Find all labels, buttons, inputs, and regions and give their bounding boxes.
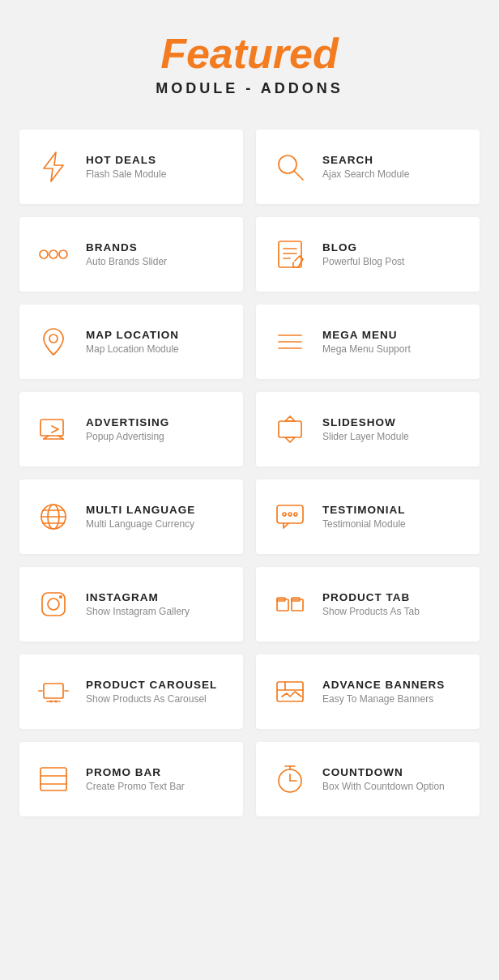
card-text-testimonial: TESTIMONIAL Testimonial Module (322, 504, 406, 530)
svg-point-28 (288, 513, 292, 516)
producttab-icon (271, 585, 309, 624)
card-instagram[interactable]: INSTAGRAM Show Instagram Gallery (19, 567, 243, 641)
search-icon (271, 147, 309, 186)
card-advertising[interactable]: ADVERTISING Popup Advertising (19, 392, 243, 467)
card-desc-mega-menu: Mega Menu Support (322, 343, 411, 355)
svg-point-42 (55, 701, 58, 703)
card-hot-deals[interactable]: HOT DEALS Flash Sale Module (19, 130, 243, 204)
card-slideshow[interactable]: SLIDESHOW Slider Layer Module (256, 392, 480, 467)
card-desc-advance-banners: Easy To Manage Banners (322, 693, 445, 705)
card-title-map-location: MAP LOCATION (86, 329, 179, 341)
card-title-hot-deals: HOT DEALS (86, 154, 166, 166)
svg-point-29 (294, 513, 297, 516)
svg-point-41 (50, 701, 53, 703)
card-desc-product-tab: Show Products As Tab (322, 606, 420, 617)
svg-marker-0 (44, 152, 63, 181)
card-map-location[interactable]: MAP LOCATION Map Location Module (19, 305, 243, 379)
promobar-icon (34, 760, 73, 799)
cards-grid: HOT DEALS Flash Sale Module SEARCH Ajax … (0, 121, 499, 841)
svg-point-4 (49, 250, 58, 258)
card-text-advertising: ADVERTISING Popup Advertising (86, 416, 169, 442)
card-promo-bar[interactable]: PROMO BAR Create Promo Text Bar (19, 742, 243, 816)
multilang-icon (34, 497, 73, 536)
card-mega-menu[interactable]: MEGA MENU Mega Menu Support (256, 305, 480, 379)
card-title-product-carousel: PRODUCT CAROUSEL (86, 679, 217, 691)
card-desc-hot-deals: Flash Sale Module (86, 168, 166, 180)
svg-rect-46 (41, 768, 66, 790)
card-desc-map-location: Map Location Module (86, 343, 179, 355)
card-text-instagram: INSTAGRAM Show Instagram Gallery (86, 591, 190, 617)
svg-rect-43 (277, 682, 303, 701)
card-testimonial[interactable]: TESTIMONIAL Testimonial Module (256, 479, 480, 554)
card-desc-promo-bar: Create Promo Text Bar (86, 781, 185, 792)
lightning-icon (34, 147, 73, 186)
instagram-icon (34, 585, 73, 624)
svg-line-2 (294, 171, 303, 180)
card-product-tab[interactable]: PRODUCT TAB Show Products As Tab (256, 567, 480, 641)
card-advance-banners[interactable]: ADVANCE BANNERS Easy To Manage Banners (256, 654, 480, 729)
svg-marker-20 (285, 437, 295, 442)
card-text-promo-bar: PROMO BAR Create Promo Text Bar (86, 766, 185, 792)
svg-rect-6 (279, 241, 301, 267)
card-title-mega-menu: MEGA MENU (322, 329, 411, 341)
card-title-multi-language: MULTI LANGUAGE (86, 504, 195, 516)
card-desc-testimonial: Testimonial Module (322, 518, 406, 530)
svg-rect-26 (277, 505, 303, 523)
svg-rect-18 (279, 421, 301, 437)
card-text-brands: BRANDS Auto Brands Slider (86, 241, 167, 267)
slideshow-icon (271, 410, 309, 449)
productcarousel-icon (34, 672, 73, 711)
card-title-promo-bar: PROMO BAR (86, 766, 185, 778)
card-text-blog: BLOG Powerful Blog Post (322, 241, 404, 267)
card-text-multi-language: MULTI LANGUAGE Multi Language Currency (86, 504, 195, 530)
brands-icon (34, 235, 73, 274)
svg-rect-37 (44, 684, 63, 698)
card-title-instagram: INSTAGRAM (86, 591, 190, 603)
card-desc-product-carousel: Show Products As Carousel (86, 693, 217, 705)
svg-marker-19 (285, 416, 295, 421)
svg-point-27 (283, 513, 286, 516)
svg-point-32 (59, 595, 62, 599)
card-text-advance-banners: ADVANCE BANNERS Easy To Manage Banners (322, 679, 445, 705)
card-title-advertising: ADVERTISING (86, 416, 169, 428)
card-desc-instagram: Show Instagram Gallery (86, 606, 190, 617)
card-multi-language[interactable]: MULTI LANGUAGE Multi Language Currency (19, 479, 243, 554)
svg-point-10 (49, 334, 58, 343)
card-desc-slideshow: Slider Layer Module (322, 431, 409, 442)
card-blog[interactable]: BLOG Powerful Blog Post (256, 217, 480, 292)
card-text-mega-menu: MEGA MENU Mega Menu Support (322, 329, 411, 355)
blog-icon (271, 235, 309, 274)
card-title-countdown: COUNTDOWN (322, 766, 445, 778)
card-title-blog: BLOG (322, 241, 404, 254)
card-desc-advertising: Popup Advertising (86, 431, 169, 442)
advertising-icon (34, 410, 73, 449)
card-text-search: SEARCH Ajax Search Module (322, 154, 409, 180)
header-featured: Featured (16, 31, 483, 77)
card-desc-search: Ajax Search Module (322, 168, 409, 180)
card-desc-brands: Auto Brands Slider (86, 256, 167, 267)
card-text-product-tab: PRODUCT TAB Show Products As Tab (322, 591, 420, 617)
card-title-testimonial: TESTIMONIAL (322, 504, 406, 516)
map-icon (34, 322, 73, 361)
card-title-slideshow: SLIDESHOW (322, 416, 409, 428)
countdown-icon (271, 760, 309, 799)
card-search[interactable]: SEARCH Ajax Search Module (256, 130, 480, 204)
card-title-search: SEARCH (322, 154, 409, 166)
card-text-product-carousel: PRODUCT CAROUSEL Show Products As Carous… (86, 679, 217, 705)
megamenu-icon (271, 322, 309, 361)
card-brands[interactable]: BRANDS Auto Brands Slider (19, 217, 243, 292)
banners-icon (271, 672, 309, 711)
card-text-slideshow: SLIDESHOW Slider Layer Module (322, 416, 409, 442)
card-product-carousel[interactable]: PRODUCT CAROUSEL Show Products As Carous… (19, 654, 243, 729)
card-text-map-location: MAP LOCATION Map Location Module (86, 329, 179, 355)
card-desc-countdown: Box With Countdown Option (322, 781, 445, 792)
svg-point-3 (40, 250, 48, 258)
page-header: Featured MODULE - ADDONS (0, 0, 499, 121)
card-countdown[interactable]: COUNTDOWN Box With Countdown Option (256, 742, 480, 816)
header-subtitle: MODULE - ADDONS (16, 80, 483, 97)
card-desc-blog: Powerful Blog Post (322, 256, 404, 267)
card-title-product-tab: PRODUCT TAB (322, 591, 420, 603)
card-text-hot-deals: HOT DEALS Flash Sale Module (86, 154, 166, 180)
svg-rect-14 (41, 420, 63, 436)
svg-point-31 (48, 599, 59, 610)
